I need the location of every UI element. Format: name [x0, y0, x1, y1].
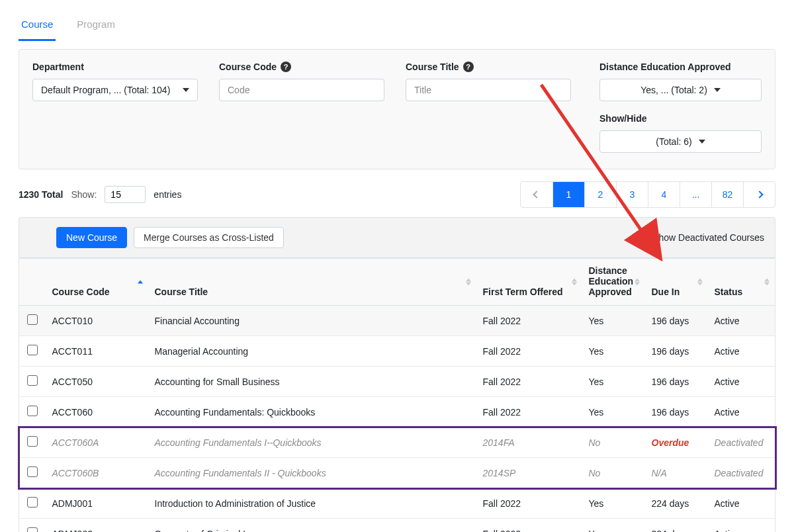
cell-course-title: Accounting for Small Business: [148, 367, 476, 397]
pager: 1 2 3 4 ... 82: [520, 181, 775, 208]
col-first-term-label: First Term Offered: [483, 287, 563, 297]
show-deactivated-checkbox[interactable]: [637, 232, 647, 243]
col-due-in[interactable]: Due In: [645, 259, 708, 306]
sort-indicator: [138, 281, 143, 284]
cell-course-title: Concepts of Criminal Law: [148, 519, 476, 533]
table-row[interactable]: ACCT060AAccounting Fundamentals I--Quick…: [19, 427, 775, 458]
cell-first-term: Fall 2022: [476, 488, 582, 519]
col-course-title[interactable]: Course Title: [148, 259, 476, 306]
cell-status: Deactivated: [708, 458, 775, 488]
sort-desc-icon: [764, 283, 770, 286]
entries-suffix: entries: [154, 189, 181, 200]
caret-down-icon: [183, 88, 189, 92]
cell-status: Active: [708, 336, 775, 367]
tab-program[interactable]: Program: [74, 13, 118, 41]
cell-distance: Yes: [582, 397, 645, 427]
col-distance-l3: Approved: [589, 287, 632, 297]
filter-course-code-input[interactable]: [219, 79, 384, 101]
sort-asc-icon: [635, 279, 640, 282]
cell-course-code: ACCT050: [46, 367, 148, 397]
filter-department: Department Default Program, ... (Total: …: [32, 62, 198, 153]
sort-indicator: [466, 279, 471, 286]
row-checkbox[interactable]: [27, 497, 38, 508]
caret-down-icon: [714, 88, 721, 92]
filter-department-dropdown[interactable]: Default Program, ... (Total: 104): [32, 79, 198, 101]
table-row[interactable]: ACCT060BAccounting Fundamentals II - Qui…: [19, 458, 775, 488]
table-row[interactable]: ACCT011Managerial AccountingFall 2022Yes…: [19, 336, 775, 367]
row-checkbox[interactable]: [27, 314, 38, 325]
filter-department-label: Department: [32, 62, 198, 72]
table-row[interactable]: ACCT050Accounting for Small BusinessFall…: [19, 367, 775, 397]
caret-down-icon: [699, 140, 705, 144]
pager-page-4[interactable]: 4: [648, 182, 680, 207]
toolbar-left: New Course Merge Courses as Cross-Listed: [30, 227, 284, 248]
filter-showhide: Show/Hide (Total: 6): [599, 113, 762, 153]
col-distance-edu[interactable]: Distance Education Approved: [582, 259, 645, 306]
cell-course-title: Financial Accounting: [148, 306, 476, 336]
pager-page-last[interactable]: 82: [711, 182, 743, 207]
row-checkbox[interactable]: [27, 527, 38, 532]
filter-department-value: Default Program, ... (Total: 104): [41, 85, 170, 95]
cell-status: Deactivated: [708, 427, 775, 458]
row-checkbox[interactable]: [27, 436, 38, 447]
courses-table: Course Code Course Title First Term Offe…: [19, 258, 775, 532]
filter-course-title-input[interactable]: [406, 79, 571, 101]
row-checkbox[interactable]: [27, 345, 38, 355]
cell-course-code: ACCT060: [46, 397, 148, 427]
cell-due-in: 224 days: [645, 488, 708, 519]
new-course-button[interactable]: New Course: [56, 227, 127, 248]
help-icon[interactable]: ?: [281, 62, 291, 72]
sort-indicator: [764, 279, 770, 286]
filter-course-title: Course Title ?: [406, 62, 571, 153]
cell-first-term: 2014FA: [476, 427, 582, 458]
cell-first-term: Fall 2022: [476, 367, 582, 397]
cell-distance: Yes: [582, 306, 645, 336]
row-checkbox[interactable]: [27, 406, 38, 416]
filter-showhide-dropdown[interactable]: (Total: 6): [599, 130, 762, 153]
pager-page-3[interactable]: 3: [616, 182, 648, 207]
filter-showhide-label: Show/Hide: [599, 113, 762, 124]
sort-asc-icon: [764, 279, 770, 282]
cell-due-in: 196 days: [645, 306, 708, 336]
midbar-left: 1230 Total Show: entries: [19, 186, 181, 203]
cell-course-title: Introduction to Administration of Justic…: [148, 488, 476, 519]
sort-indicator: [697, 279, 703, 286]
row-checkbox[interactable]: [27, 375, 38, 386]
col-course-code[interactable]: Course Code: [46, 259, 148, 306]
cell-first-term: Fall 2022: [476, 336, 582, 367]
table-row[interactable]: ADMJ001Introduction to Administration of…: [19, 488, 775, 519]
cell-course-code: ACCT060B: [46, 458, 148, 488]
filter-distance-dropdown[interactable]: Yes, ... (Total: 2): [599, 79, 762, 101]
cell-due-in: 224 days: [645, 519, 708, 533]
filter-right-column: Distance Education Approved Yes, ... (To…: [599, 62, 762, 153]
table-row[interactable]: ACCT060Accounting Fundamentals: Quickboo…: [19, 397, 775, 427]
merge-courses-button[interactable]: Merge Courses as Cross-Listed: [134, 227, 284, 248]
sort-asc-icon: [697, 279, 703, 282]
table-row[interactable]: ADMJ002Concepts of Criminal LawFall 2022…: [19, 519, 775, 533]
tab-course[interactable]: Course: [19, 13, 56, 41]
cell-course-code: ACCT010: [46, 306, 148, 336]
sort-desc-icon: [697, 283, 703, 286]
pager-page-1[interactable]: 1: [552, 182, 584, 207]
table-toolbar: New Course Merge Courses as Cross-Listed…: [19, 217, 775, 258]
pager-page-2[interactable]: 2: [584, 182, 616, 207]
row-checkbox[interactable]: [27, 466, 38, 477]
show-label: Show:: [71, 189, 97, 200]
cell-course-code: ACCT011: [46, 336, 148, 367]
col-course-code-label: Course Code: [52, 287, 110, 297]
table-row[interactable]: ACCT010Financial AccountingFall 2022Yes1…: [19, 306, 775, 336]
help-icon[interactable]: ?: [463, 62, 474, 72]
pager-next[interactable]: [743, 182, 775, 207]
pager-prev[interactable]: [521, 182, 552, 207]
cell-due-in: 196 days: [645, 336, 708, 367]
chevron-left-icon: [533, 191, 540, 198]
cell-status: Active: [708, 367, 775, 397]
col-first-term[interactable]: First Term Offered: [476, 259, 582, 306]
sort-indicator: [572, 279, 577, 286]
cell-distance: Yes: [582, 488, 645, 519]
cell-status: Active: [708, 488, 775, 519]
col-status[interactable]: Status: [708, 259, 775, 306]
cell-status: Active: [708, 306, 775, 336]
entries-input[interactable]: [105, 186, 146, 203]
sort-asc-icon: [138, 281, 143, 284]
